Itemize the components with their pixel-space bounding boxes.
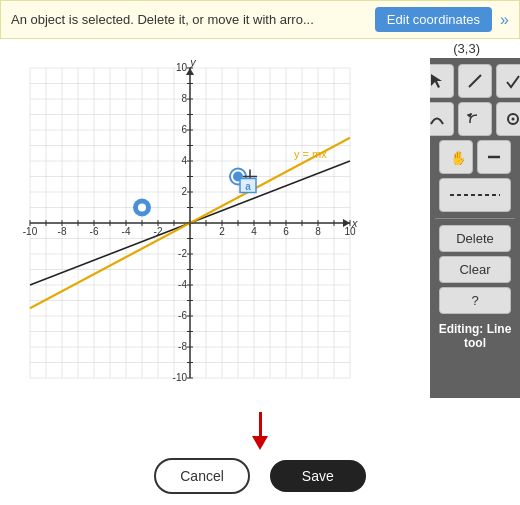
toolbar: ✋ Delete Clear ? Editing: Line tool	[430, 58, 520, 398]
edit-coordinates-button[interactable]: Edit coordinates	[375, 7, 492, 32]
button-row: Cancel Save	[154, 458, 366, 494]
undo-tool[interactable]	[458, 102, 492, 136]
dotted-tool[interactable]	[439, 178, 511, 212]
polygon-tool[interactable]: ✋	[439, 140, 473, 174]
arrow-head	[252, 436, 268, 450]
notification-text: An object is selected. Delete it, or mov…	[11, 12, 365, 27]
cancel-button[interactable]: Cancel	[154, 458, 250, 494]
delete-button[interactable]: Delete	[439, 225, 511, 252]
expand-icon[interactable]: »	[500, 11, 509, 29]
svg-marker-0	[431, 74, 442, 88]
svg-line-1	[469, 75, 481, 87]
help-button[interactable]: ?	[439, 287, 511, 314]
save-button[interactable]: Save	[270, 460, 366, 492]
notification-bar: An object is selected. Delete it, or mov…	[0, 0, 520, 39]
arrow-line	[259, 412, 262, 436]
check-tool[interactable]	[496, 64, 520, 98]
editing-label: Editing: Line tool	[434, 318, 516, 350]
tool-row-2	[420, 102, 520, 136]
coords-value: (3,3)	[453, 41, 480, 56]
tool-row-4	[439, 178, 511, 212]
main-area: ✋ Delete Clear ? Editing: Line tool	[0, 58, 520, 398]
separator-1	[435, 218, 515, 219]
arrow-container	[252, 412, 268, 450]
bottom-area: Cancel Save	[0, 398, 520, 504]
tool-row-3: ✋	[439, 140, 511, 174]
clear-button[interactable]: Clear	[439, 256, 511, 283]
svg-text:✋: ✋	[450, 150, 464, 165]
coordinates-display: (3,3)	[0, 39, 520, 58]
circle-tool[interactable]	[496, 102, 520, 136]
dash-tool[interactable]	[477, 140, 511, 174]
tool-row-1	[420, 64, 520, 98]
down-arrow	[252, 412, 268, 450]
graph-container[interactable]	[0, 58, 430, 398]
line-tool[interactable]	[458, 64, 492, 98]
svg-point-3	[512, 118, 515, 121]
